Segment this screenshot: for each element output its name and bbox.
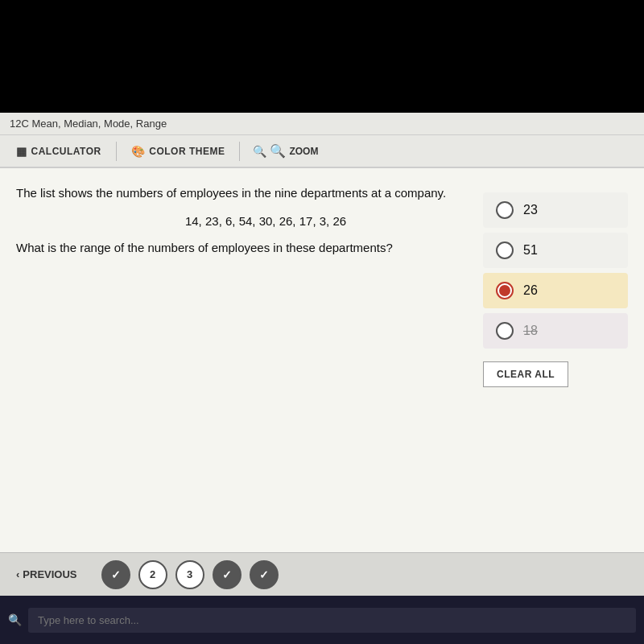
answers-section: 23 51 26 18 CLEAR ALL [483, 184, 628, 580]
page-number-2: 2 [150, 568, 155, 580]
toolbar: ▦ CALCULATOR 🎨 COLOR THEME 🔍 🔍 ZOOM [0, 135, 644, 168]
zoom-section: 🔍 🔍 ZOOM [246, 140, 324, 162]
toolbar-divider [116, 142, 117, 161]
radio-1 [496, 242, 514, 259]
page-number-3: 3 [187, 568, 192, 580]
taskbar-search-input[interactable] [28, 608, 636, 633]
zoom-out-icon[interactable]: 🔍 [253, 145, 266, 158]
taskbar: 🔍 [0, 596, 644, 644]
calculator-button[interactable]: ▦ CALCULATOR [8, 141, 109, 162]
toolbar-divider-2 [239, 142, 240, 161]
radio-2 [496, 282, 514, 299]
answer-value-1: 51 [523, 243, 538, 258]
answer-value-3: 18 [523, 324, 538, 338]
page-bubble-2[interactable]: 2 [138, 560, 167, 589]
screen: 12C Mean, Median, Mode, Range ▦ CALCULAT… [0, 113, 644, 596]
answer-value-2: 26 [523, 283, 538, 298]
clear-all-button[interactable]: CLEAR ALL [483, 361, 568, 387]
answer-option-2[interactable]: 26 [483, 273, 628, 308]
calculator-label: CALCULATOR [31, 146, 101, 157]
bottom-nav: ‹ PREVIOUS 2 3 [0, 552, 644, 596]
zoom-label: ZOOM [289, 146, 318, 157]
breadcrumb: 12C Mean, Median, Mode, Range [0, 113, 644, 135]
radio-3 [496, 322, 514, 340]
answer-value-0: 23 [523, 203, 538, 217]
previous-button[interactable]: ‹ PREVIOUS [16, 568, 77, 580]
radio-0 [496, 201, 514, 219]
question-section: The list shows the numbers of employees … [16, 184, 467, 580]
color-theme-button[interactable]: 🎨 COLOR THEME [123, 141, 233, 162]
content-area: The list shows the numbers of employees … [0, 168, 644, 596]
page-bubble-4[interactable] [213, 560, 242, 589]
radio-inner-2 [499, 285, 510, 296]
page-bubble-1[interactable] [101, 560, 130, 589]
color-theme-label: COLOR THEME [149, 146, 225, 157]
prev-chevron-icon: ‹ [16, 568, 19, 580]
zoom-in-icon[interactable]: 🔍 [270, 143, 286, 159]
answer-option-3[interactable]: 18 [483, 313, 628, 349]
color-theme-icon: 🎨 [131, 145, 146, 158]
question-prompt: What is the range of the numbers of empl… [16, 239, 467, 258]
calculator-icon: ▦ [16, 145, 27, 158]
answer-option-1[interactable]: 51 [483, 233, 628, 268]
search-icon: 🔍 [8, 613, 22, 626]
previous-label: PREVIOUS [23, 568, 76, 580]
page-bubble-3[interactable]: 3 [175, 560, 204, 589]
page-bubble-5[interactable] [250, 560, 279, 589]
answer-option-0[interactable]: 23 [483, 192, 628, 228]
data-list: 14, 23, 6, 54, 30, 26, 17, 3, 26 [64, 214, 467, 228]
question-intro: The list shows the numbers of employees … [16, 184, 467, 203]
breadcrumb-text: 12C Mean, Median, Mode, Range [10, 118, 167, 130]
